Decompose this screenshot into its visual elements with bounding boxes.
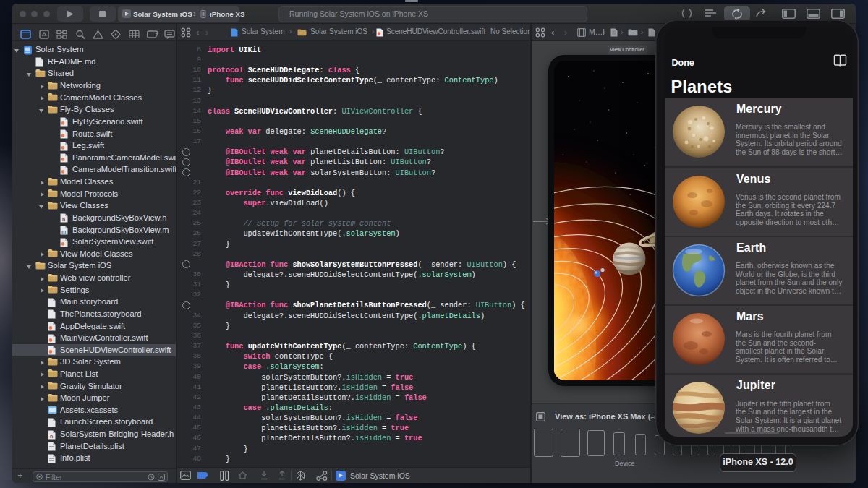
- svg-text:m: m: [61, 229, 66, 234]
- svg-text:h: h: [50, 433, 53, 438]
- svg-text:h: h: [62, 217, 65, 222]
